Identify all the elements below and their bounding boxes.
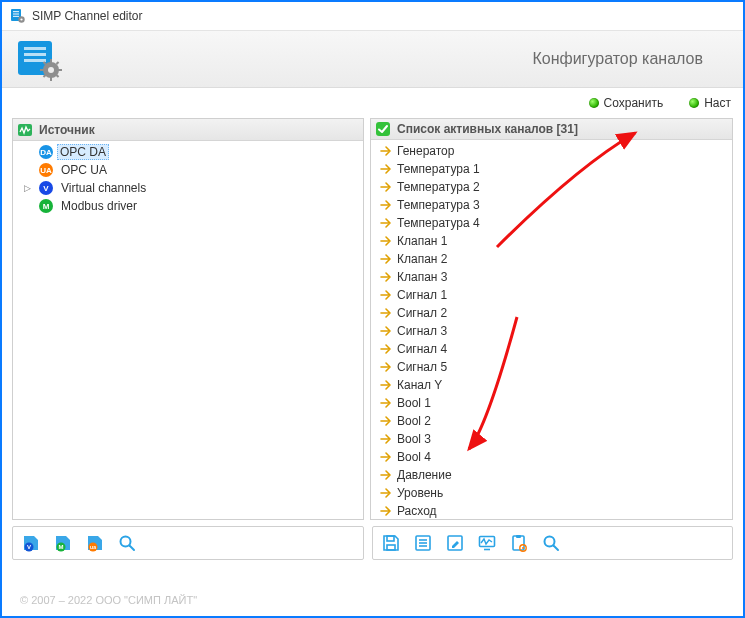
channel-item[interactable]: Канал Y <box>371 376 732 394</box>
svg-rect-3 <box>13 16 19 17</box>
left-tool-group: V M ua <box>12 526 364 560</box>
channel-label: Bool 4 <box>397 450 431 464</box>
header-subtitle: Конфигуратор каналов <box>532 50 703 68</box>
channel-arrow-icon <box>379 288 393 302</box>
channel-arrow-icon <box>379 396 393 410</box>
titlebar: SIMP Channel editor <box>2 2 743 30</box>
channel-label: Клапан 1 <box>397 234 447 248</box>
channel-label: Сигнал 5 <box>397 360 447 374</box>
source-item-label: Modbus driver <box>59 199 139 213</box>
save-button[interactable]: Сохранить <box>585 94 668 112</box>
channel-item[interactable]: Температура 3 <box>371 196 732 214</box>
channel-arrow-icon <box>379 324 393 338</box>
clipboard-settings-button[interactable] <box>507 531 531 555</box>
channel-item[interactable]: Температура 1 <box>371 160 732 178</box>
channel-item[interactable]: Сигнал 5 <box>371 358 732 376</box>
action-row: Сохранить Наст <box>2 88 743 118</box>
channel-item[interactable]: Сигнал 1 <box>371 286 732 304</box>
source-type-icon: UA <box>39 163 53 177</box>
expander-icon[interactable]: ▷ <box>21 182 33 194</box>
channel-arrow-icon <box>379 486 393 500</box>
channel-item[interactable]: Генератор <box>371 142 732 160</box>
window-title: SIMP Channel editor <box>32 9 143 23</box>
source-item[interactable]: MModbus driver <box>13 197 363 215</box>
save-disk-button[interactable] <box>379 531 403 555</box>
save-label: Сохранить <box>604 96 664 110</box>
channel-item[interactable]: Сигнал 4 <box>371 340 732 358</box>
channel-arrow-icon <box>379 234 393 248</box>
svg-rect-2 <box>13 13 19 14</box>
svg-line-40 <box>554 546 559 551</box>
badge-ua-button[interactable]: ua <box>83 531 107 555</box>
source-panel: Источник DAOPC DAUAOPC UA▷VVirtual chann… <box>12 118 364 520</box>
channel-item[interactable]: Сигнал 3 <box>371 322 732 340</box>
channel-list[interactable]: ГенераторТемпература 1Температура 2Темпе… <box>371 140 732 519</box>
status-led-icon <box>589 98 599 108</box>
channel-item[interactable]: Давление <box>371 466 732 484</box>
search-button[interactable] <box>115 531 139 555</box>
channel-arrow-icon <box>379 216 393 230</box>
channel-item[interactable]: Сигнал 2 <box>371 304 732 322</box>
channel-label: Bool 3 <box>397 432 431 446</box>
channel-arrow-icon <box>379 252 393 266</box>
svg-text:ua: ua <box>90 544 96 550</box>
channel-item[interactable]: Клапан 2 <box>371 250 732 268</box>
channel-arrow-icon <box>379 180 393 194</box>
channel-item[interactable]: Температура 4 <box>371 214 732 232</box>
svg-rect-9 <box>40 69 44 71</box>
channel-item[interactable]: Уровень <box>371 484 732 502</box>
source-item-label: Virtual channels <box>59 181 148 195</box>
channel-item[interactable]: Клапан 1 <box>371 232 732 250</box>
channel-item[interactable]: Расход <box>371 502 732 519</box>
channel-arrow-icon <box>379 162 393 176</box>
svg-rect-36 <box>516 535 521 538</box>
channel-label: Сигнал 4 <box>397 342 447 356</box>
svg-point-5 <box>20 18 22 20</box>
channel-arrow-icon <box>379 306 393 320</box>
channel-arrow-icon <box>379 144 393 158</box>
edit-button[interactable] <box>443 531 467 555</box>
source-item[interactable]: DAOPC DA <box>13 143 363 161</box>
svg-rect-1 <box>13 11 19 12</box>
source-tree[interactable]: DAOPC DAUAOPC UA▷VVirtual channelsMModbu… <box>13 141 363 519</box>
channel-label: Расход <box>397 504 437 518</box>
channel-item[interactable]: Температура 2 <box>371 178 732 196</box>
channel-label: Уровень <box>397 486 443 500</box>
panels: Источник DAOPC DAUAOPC UA▷VVirtual chann… <box>2 118 743 520</box>
header-logo-icon <box>16 39 60 79</box>
source-panel-header: Источник <box>13 119 363 141</box>
channel-item[interactable]: Клапан 3 <box>371 268 732 286</box>
channel-arrow-icon <box>379 414 393 428</box>
svg-rect-27 <box>387 545 395 550</box>
source-item[interactable]: ▷VVirtual channels <box>13 179 363 197</box>
channel-arrow-icon <box>379 342 393 356</box>
source-item-label: OPC UA <box>59 163 109 177</box>
svg-text:M: M <box>59 544 64 550</box>
source-type-icon: DA <box>39 145 53 159</box>
settings-button[interactable]: Наст <box>685 94 735 112</box>
channel-label: Клапан 3 <box>397 270 447 284</box>
list-tool-button[interactable] <box>411 531 435 555</box>
svg-point-38 <box>522 547 524 549</box>
channel-label: Температура 1 <box>397 162 480 176</box>
badge-v-button[interactable]: V <box>19 531 43 555</box>
channel-item[interactable]: Bool 1 <box>371 394 732 412</box>
channel-item[interactable]: Bool 3 <box>371 430 732 448</box>
status-led-icon <box>689 98 699 108</box>
channel-arrow-icon <box>379 468 393 482</box>
badge-m-button[interactable]: M <box>51 531 75 555</box>
channel-item[interactable]: Bool 2 <box>371 412 732 430</box>
source-header-icon <box>17 122 33 138</box>
channel-label: Bool 1 <box>397 396 431 410</box>
channel-label: Генератор <box>397 144 454 158</box>
bottom-toolbar: V M ua <box>2 526 743 560</box>
source-item[interactable]: UAOPC UA <box>13 161 363 179</box>
footer-copyright: © 2007 – 2022 ООО "СИМП ЛАЙТ" <box>20 594 197 606</box>
search-channels-button[interactable] <box>539 531 563 555</box>
channel-label: Сигнал 1 <box>397 288 447 302</box>
monitor-button[interactable] <box>475 531 499 555</box>
channel-item[interactable]: Bool 4 <box>371 448 732 466</box>
channels-panel-title: Список активных каналов [31] <box>397 122 578 136</box>
svg-rect-17 <box>376 122 390 136</box>
app-icon <box>10 8 26 24</box>
